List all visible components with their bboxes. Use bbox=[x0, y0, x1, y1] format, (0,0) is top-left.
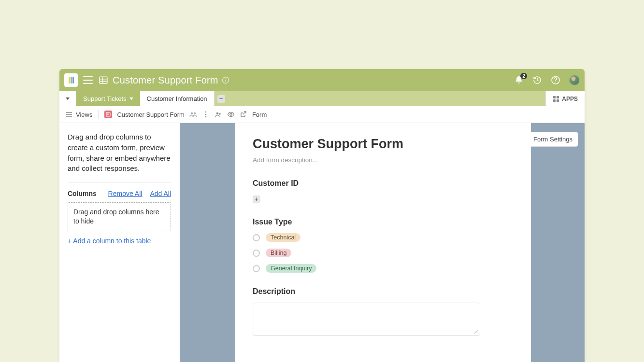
app-logo[interactable] bbox=[64, 73, 78, 87]
apps-button[interactable]: APPS bbox=[545, 91, 585, 106]
apps-label: APPS bbox=[562, 96, 578, 102]
radio-icon[interactable] bbox=[253, 250, 260, 257]
form-builder-sidebar: Drag and drop columns to create a custom… bbox=[59, 123, 180, 362]
main-area: Drag and drop columns to create a custom… bbox=[59, 123, 585, 362]
history-icon[interactable] bbox=[532, 75, 542, 85]
export-icon[interactable] bbox=[240, 111, 247, 118]
hamburger-menu-icon[interactable] bbox=[83, 75, 93, 85]
collaborators-icon[interactable] bbox=[189, 111, 197, 118]
tabs-bar: Support Tickets Customer Information + A… bbox=[59, 91, 585, 106]
svg-point-20 bbox=[194, 112, 196, 114]
svg-point-22 bbox=[205, 114, 207, 115]
columns-heading: Columns bbox=[68, 190, 97, 197]
page-title: Customer Support Form bbox=[113, 75, 218, 86]
svg-point-21 bbox=[205, 111, 207, 113]
radio-option-technical[interactable]: Technical bbox=[253, 233, 514, 242]
preview-icon[interactable] bbox=[227, 111, 235, 118]
description-textarea[interactable] bbox=[253, 303, 480, 336]
view-toolbar: Views Customer Support Form Form bbox=[59, 106, 585, 123]
add-all-link[interactable]: Add All bbox=[150, 190, 171, 197]
radio-option-general[interactable]: General Inquiry bbox=[253, 264, 514, 273]
tab-list-dropdown[interactable] bbox=[59, 91, 76, 106]
radio-option-billing[interactable]: Billing bbox=[253, 249, 514, 257]
form-title[interactable]: Customer Support Form bbox=[253, 137, 514, 152]
svg-rect-16 bbox=[106, 112, 110, 116]
list-icon bbox=[65, 111, 73, 118]
svg-rect-0 bbox=[100, 77, 107, 84]
field-label: Description bbox=[253, 287, 514, 296]
sidebar-help-text: Drag and drop columns to create a custom… bbox=[68, 132, 171, 174]
form-type-label: Form bbox=[252, 111, 267, 118]
svg-point-19 bbox=[191, 112, 193, 114]
table-icon bbox=[99, 76, 108, 84]
svg-rect-12 bbox=[557, 99, 559, 102]
tab-label: Customer Information bbox=[147, 95, 207, 102]
more-options-icon[interactable] bbox=[202, 111, 210, 118]
svg-point-25 bbox=[219, 113, 221, 115]
form-description-placeholder[interactable]: Add form description... bbox=[253, 156, 514, 164]
views-label: Views bbox=[76, 111, 92, 118]
svg-point-23 bbox=[205, 116, 207, 118]
tab-support-tickets[interactable]: Support Tickets bbox=[76, 91, 140, 106]
svg-rect-11 bbox=[553, 99, 556, 102]
radio-icon[interactable] bbox=[253, 265, 260, 272]
views-menu-button[interactable]: Views bbox=[65, 111, 92, 118]
svg-point-26 bbox=[230, 113, 232, 115]
help-icon[interactable] bbox=[551, 75, 560, 85]
option-pill: General Inquiry bbox=[266, 264, 316, 273]
option-pill: Technical bbox=[266, 233, 301, 242]
share-users-icon[interactable] bbox=[215, 111, 222, 118]
svg-point-24 bbox=[216, 112, 219, 115]
svg-rect-9 bbox=[553, 96, 556, 98]
form-view-icon bbox=[104, 111, 112, 118]
chevron-down-icon bbox=[129, 97, 133, 100]
add-value-button[interactable]: + bbox=[253, 195, 260, 203]
remove-all-link[interactable]: Remove All bbox=[108, 190, 143, 197]
field-label: Customer ID bbox=[253, 179, 514, 188]
divider bbox=[98, 110, 99, 119]
tab-customer-information[interactable]: Customer Information bbox=[140, 91, 215, 106]
apps-icon bbox=[553, 96, 559, 102]
form-settings-button[interactable]: Form Settings bbox=[528, 132, 578, 147]
svg-point-6 bbox=[225, 78, 226, 79]
hidden-columns-dropzone[interactable]: Drag and drop columns here to hide bbox=[68, 202, 171, 231]
add-column-link[interactable]: + Add a column to this table bbox=[68, 237, 171, 245]
form-canvas: Form Settings Customer Support Form Add … bbox=[180, 123, 585, 362]
svg-point-8 bbox=[555, 82, 556, 82]
svg-rect-10 bbox=[557, 96, 559, 98]
radio-icon[interactable] bbox=[253, 234, 260, 241]
add-tab-button[interactable]: + bbox=[215, 91, 228, 106]
field-description[interactable]: Description bbox=[253, 287, 514, 336]
header-bar: Customer Support Form 2 bbox=[59, 69, 585, 91]
notification-badge: 2 bbox=[520, 73, 527, 79]
form-preview: Customer Support Form Add form descripti… bbox=[235, 123, 531, 362]
app-window: Customer Support Form 2 Support Tickets … bbox=[59, 69, 585, 362]
info-icon[interactable] bbox=[222, 76, 229, 84]
field-customer-id[interactable]: Customer ID + bbox=[253, 179, 514, 203]
tab-label: Support Tickets bbox=[83, 95, 127, 102]
current-view-name[interactable]: Customer Support Form bbox=[117, 111, 184, 118]
user-avatar[interactable] bbox=[569, 75, 580, 85]
field-label: Issue Type bbox=[253, 218, 514, 226]
field-issue-type[interactable]: Issue Type Technical Billing General Inq… bbox=[253, 218, 514, 273]
notifications-button[interactable]: 2 bbox=[514, 75, 524, 85]
option-pill: Billing bbox=[266, 249, 291, 257]
